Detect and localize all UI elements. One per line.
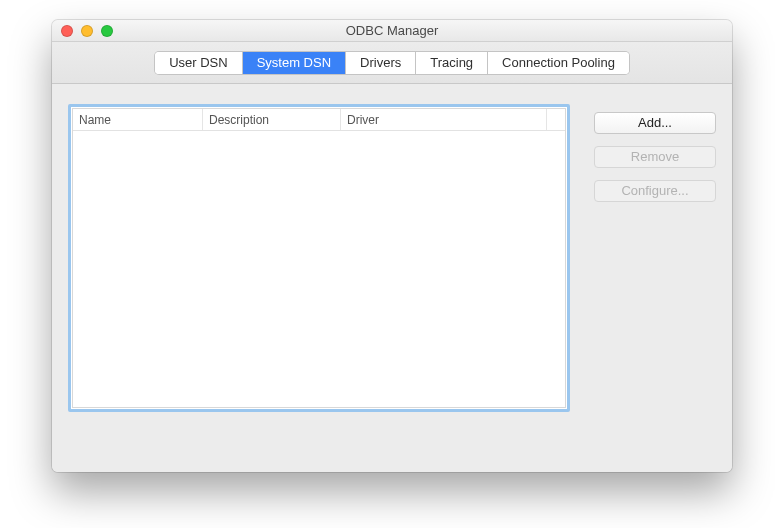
column-header-spacer: [547, 109, 565, 130]
column-label: Driver: [347, 113, 379, 127]
add-button[interactable]: Add...: [594, 112, 716, 134]
tab-drivers[interactable]: Drivers: [345, 52, 415, 74]
traffic-lights: [52, 25, 113, 37]
column-label: Name: [79, 113, 111, 127]
tab-label: Connection Pooling: [502, 55, 615, 70]
button-label: Add...: [638, 115, 672, 130]
sidebar-buttons: Add... Remove Configure...: [594, 112, 716, 202]
zoom-icon[interactable]: [101, 25, 113, 37]
content-area: Name Description Driver Add... Remove Co…: [52, 84, 732, 472]
column-label: Description: [209, 113, 269, 127]
tab-tracing[interactable]: Tracing: [415, 52, 487, 74]
toolbar: User DSN System DSN Drivers Tracing Conn…: [52, 42, 732, 84]
titlebar: ODBC Manager: [52, 20, 732, 42]
minimize-icon[interactable]: [81, 25, 93, 37]
column-header-driver[interactable]: Driver: [341, 109, 547, 130]
column-header-description[interactable]: Description: [203, 109, 341, 130]
tab-bar: User DSN System DSN Drivers Tracing Conn…: [155, 52, 629, 74]
column-header-name[interactable]: Name: [73, 109, 203, 130]
tab-user-dsn[interactable]: User DSN: [155, 52, 242, 74]
tab-label: Drivers: [360, 55, 401, 70]
tab-label: System DSN: [257, 55, 331, 70]
button-label: Remove: [631, 149, 679, 164]
button-label: Configure...: [621, 183, 688, 198]
table-header: Name Description Driver: [73, 109, 565, 131]
dsn-table-frame: Name Description Driver: [68, 104, 570, 412]
tab-system-dsn[interactable]: System DSN: [242, 52, 345, 74]
odbc-manager-window: ODBC Manager User DSN System DSN Drivers…: [52, 20, 732, 472]
tab-label: Tracing: [430, 55, 473, 70]
configure-button: Configure...: [594, 180, 716, 202]
tab-label: User DSN: [169, 55, 228, 70]
tab-connection-pooling[interactable]: Connection Pooling: [487, 52, 629, 74]
window-title: ODBC Manager: [52, 23, 732, 38]
close-icon[interactable]: [61, 25, 73, 37]
dsn-table[interactable]: Name Description Driver: [72, 108, 566, 408]
remove-button: Remove: [594, 146, 716, 168]
